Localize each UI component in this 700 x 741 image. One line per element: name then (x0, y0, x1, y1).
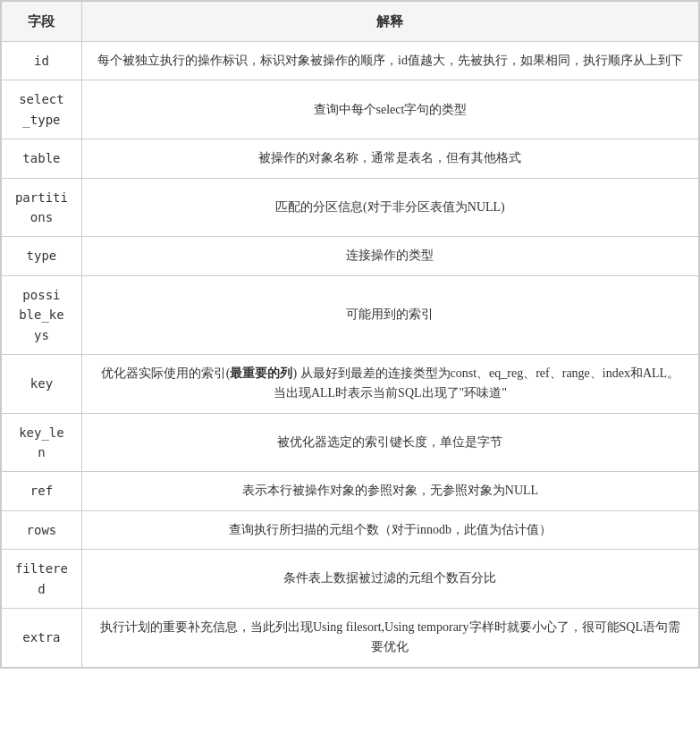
description-cell: 执行计划的重要补充信息，当此列出现Using filesort,Using te… (81, 609, 698, 668)
field-cell: table (2, 139, 82, 178)
description-cell: 被优化器选定的索引键长度，单位是字节 (81, 413, 698, 472)
header-explanation: 解释 (81, 2, 698, 42)
description-cell: 匹配的分区信息(对于非分区表值为NULL) (81, 178, 698, 237)
table-row: type连接操作的类型 (2, 237, 699, 275)
field-cell: rows (2, 510, 82, 549)
description-cell: 每个被独立执行的操作标识，标识对象被操作的顺序，id值越大，先被执行，如果相同，… (81, 42, 698, 80)
table-header-row: 字段 解释 (2, 2, 699, 42)
field-cell: partitions (2, 178, 82, 237)
description-cell: 连接操作的类型 (81, 237, 698, 275)
description-cell: 被操作的对象名称，通常是表名，但有其他格式 (81, 139, 698, 178)
field-cell: type (2, 237, 82, 275)
description-cell: 可能用到的索引 (81, 275, 698, 354)
explain-table: 字段 解释 id每个被独立执行的操作标识，标识对象被操作的顺序，id值越大，先被… (1, 1, 699, 668)
field-cell: filtered (2, 550, 82, 609)
description-cell: 查询执行所扫描的元组个数（对于innodb，此值为估计值） (81, 510, 698, 549)
table-row: key优化器实际使用的索引(最重要的列) 从最好到最差的连接类型为const、e… (2, 354, 699, 413)
description-cell: 查询中每个select字句的类型 (81, 80, 698, 139)
table-body: id每个被独立执行的操作标识，标识对象被操作的顺序，id值越大，先被执行，如果相… (2, 42, 699, 668)
field-cell: id (2, 42, 82, 80)
description-cell: 优化器实际使用的索引(最重要的列) 从最好到最差的连接类型为const、eq_r… (81, 354, 698, 413)
field-cell: select_type (2, 80, 82, 139)
table-row: extra执行计划的重要补充信息，当此列出现Using filesort,Usi… (2, 609, 699, 668)
field-cell: key (2, 354, 82, 413)
table-row: filtered条件表上数据被过滤的元组个数百分比 (2, 550, 699, 609)
field-cell: key_len (2, 413, 82, 472)
main-table-container: 字段 解释 id每个被独立执行的操作标识，标识对象被操作的顺序，id值越大，先被… (0, 0, 700, 669)
table-row: table被操作的对象名称，通常是表名，但有其他格式 (2, 139, 699, 178)
field-cell: ref (2, 472, 82, 510)
table-row: ref表示本行被操作对象的参照对象，无参照对象为NULL (2, 472, 699, 510)
field-cell: extra (2, 609, 82, 668)
table-row: rows查询执行所扫描的元组个数（对于innodb，此值为估计值） (2, 510, 699, 549)
description-cell: 条件表上数据被过滤的元组个数百分比 (81, 550, 698, 609)
table-row: select_type查询中每个select字句的类型 (2, 80, 699, 139)
table-row: possible_keys可能用到的索引 (2, 275, 699, 354)
table-row: id每个被独立执行的操作标识，标识对象被操作的顺序，id值越大，先被执行，如果相… (2, 42, 699, 80)
header-field: 字段 (2, 2, 82, 42)
table-row: partitions匹配的分区信息(对于非分区表值为NULL) (2, 178, 699, 237)
table-row: key_len被优化器选定的索引键长度，单位是字节 (2, 413, 699, 472)
field-cell: possible_keys (2, 275, 82, 354)
description-cell: 表示本行被操作对象的参照对象，无参照对象为NULL (81, 472, 698, 510)
